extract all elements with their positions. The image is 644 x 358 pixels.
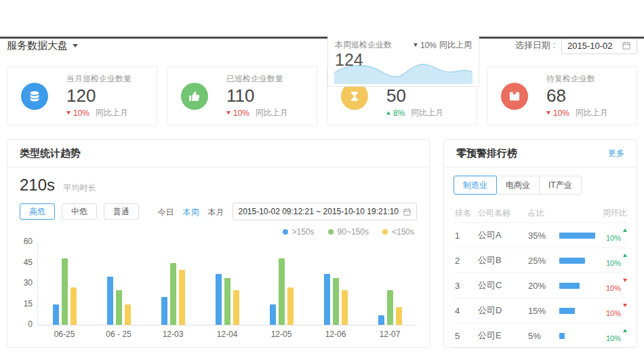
date-range-input[interactable]: 2015-10-02 09:12:21 ~ 2015-10-10 19:21:1… bbox=[233, 203, 417, 220]
bar bbox=[342, 290, 348, 325]
company-cell: 公司A bbox=[478, 229, 528, 241]
range-tab[interactable]: 本周 bbox=[182, 207, 199, 218]
chevron-down-icon bbox=[73, 44, 78, 47]
y-tick-label: 30 bbox=[24, 279, 33, 287]
main-row: 类型统计趋势 210s 平均时长 高危中危普通 今日本周本月 2015-10-0… bbox=[7, 139, 637, 348]
caret-down-icon bbox=[414, 43, 418, 47]
trend-panel-title: 类型统计趋势 bbox=[20, 147, 81, 160]
legend-label: <150s bbox=[392, 227, 414, 237]
legend-item: <150s bbox=[382, 227, 414, 237]
stat-change-note: 同比上月 bbox=[411, 107, 443, 119]
stat-label: 已巡检企业数量 bbox=[226, 73, 288, 85]
stat-text: 当月巡检企业数量 120 10% 同比上月 bbox=[66, 73, 132, 119]
bar-group bbox=[201, 274, 255, 325]
stat-value: 110 bbox=[226, 86, 288, 106]
plot-wrap: 06-2506 - 2512-0312-0412-0512-0612-07 bbox=[37, 242, 417, 339]
percent-bar bbox=[559, 258, 596, 264]
bar-group bbox=[92, 277, 146, 325]
stat-value: 120 bbox=[66, 86, 132, 106]
table-row: 5公司E5%10% bbox=[454, 323, 627, 349]
stat-card: 已巡检企业数量 110 10% 同比上月 bbox=[167, 66, 317, 125]
stat-change-note: 同比上月 bbox=[256, 107, 288, 119]
range-tab[interactable]: 今日 bbox=[157, 207, 174, 218]
trend-change: 10% bbox=[606, 259, 621, 267]
ranking-panel-header: 零预警排行榜 更多 bbox=[444, 140, 637, 167]
average-duration-value: 210s bbox=[20, 176, 55, 194]
x-tick-label: 12-03 bbox=[146, 330, 200, 339]
rank-cell: 2 bbox=[454, 256, 478, 266]
range-tab[interactable]: 本月 bbox=[207, 207, 224, 218]
stat-change-note: 同比上月 bbox=[576, 107, 608, 119]
trend-panel-header: 类型统计趋势 bbox=[7, 140, 429, 167]
company-cell: 公司C bbox=[478, 279, 528, 292]
top-divider bbox=[0, 37, 644, 39]
x-axis-labels: 06-2506 - 2512-0312-0412-0512-0612-07 bbox=[37, 330, 417, 339]
percent-cell: 15% bbox=[528, 306, 559, 316]
y-tick-label: 15 bbox=[24, 300, 33, 308]
trend-cell: 10% bbox=[596, 228, 627, 242]
stat-change-value: 8% bbox=[393, 108, 405, 118]
bar bbox=[107, 277, 113, 325]
industry-tab[interactable]: IT产业 bbox=[539, 176, 582, 195]
stat-label: 待复检企业数 bbox=[546, 73, 608, 85]
bar bbox=[396, 307, 402, 325]
severity-button[interactable]: 高危 bbox=[20, 203, 55, 220]
bar bbox=[62, 258, 68, 325]
bar bbox=[216, 274, 222, 325]
industry-tab[interactable]: 电商业 bbox=[496, 176, 540, 195]
percent-cell: 20% bbox=[528, 281, 559, 291]
date-value: 2015-10-02 bbox=[567, 41, 613, 51]
column-trend: 周环比 bbox=[596, 207, 627, 219]
bar bbox=[224, 278, 230, 325]
weekly-change-value: 10% bbox=[420, 41, 437, 50]
bar bbox=[333, 278, 339, 325]
more-link[interactable]: 更多 bbox=[608, 148, 624, 159]
average-duration: 210s 平均时长 bbox=[20, 176, 417, 195]
page-title-label: 服务数据大盘 bbox=[7, 39, 68, 52]
rank-cell: 3 bbox=[454, 281, 478, 291]
severity-button[interactable]: 普通 bbox=[104, 203, 139, 220]
bar-group bbox=[38, 258, 92, 325]
trend-cell: 10% bbox=[596, 279, 627, 292]
average-duration-label: 平均时长 bbox=[64, 183, 96, 193]
stat-change: 10% 同比上月 bbox=[226, 107, 288, 119]
bar bbox=[170, 263, 176, 325]
trend-caret-icon bbox=[623, 228, 627, 232]
stat-value: 50 bbox=[386, 86, 443, 106]
y-tick-label: 45 bbox=[24, 258, 33, 266]
trend-caret-icon bbox=[386, 111, 390, 115]
stat-change-note: 同比上月 bbox=[96, 107, 128, 119]
weekly-card-title: 本周巡检企业数 bbox=[335, 39, 392, 51]
trend-cell: 10% bbox=[596, 304, 627, 317]
trend-cell: 10% bbox=[596, 254, 627, 267]
range-tab-group: 今日本周本月 bbox=[157, 205, 233, 218]
trend-change: 10% bbox=[606, 234, 621, 242]
chart-controls: 高危中危普通 今日本周本月 2015-10-02 09:12:21 ~ 2015… bbox=[20, 203, 417, 220]
bar-chart: 015304560 06-2506 - 2512-0312-0412-0512-… bbox=[20, 242, 417, 339]
x-tick-label: 12-07 bbox=[363, 330, 417, 339]
bar-group bbox=[254, 258, 308, 325]
page-title[interactable]: 服务数据大盘 bbox=[7, 39, 78, 52]
legend-item: 90~150s bbox=[328, 227, 369, 237]
legend-dot-icon bbox=[328, 229, 334, 235]
trend-caret-icon bbox=[546, 111, 550, 115]
date-input[interactable]: 2015-10-02 bbox=[561, 37, 637, 54]
weekly-card-head: 本周巡检企业数 10% 同比上周 bbox=[335, 39, 472, 51]
inbox-icon bbox=[501, 83, 528, 110]
industry-tab[interactable]: 制造业 bbox=[454, 176, 497, 195]
rank-cell: 4 bbox=[454, 306, 478, 316]
percent-bar bbox=[559, 333, 596, 339]
bar bbox=[116, 290, 122, 325]
trend-panel: 类型统计趋势 210s 平均时长 高危中危普通 今日本周本月 2015-10-0… bbox=[7, 139, 430, 348]
column-percent: 占比 bbox=[528, 207, 559, 219]
column-company: 公司名称 bbox=[478, 207, 528, 219]
column-rank: 排名 bbox=[454, 207, 478, 219]
bar bbox=[279, 258, 285, 325]
chart-legend: >150s90~150s<150s bbox=[20, 227, 417, 237]
percent-cell: 25% bbox=[528, 256, 559, 266]
severity-button-group: 高危中危普通 bbox=[20, 203, 146, 220]
trend-change: 10% bbox=[606, 284, 621, 292]
severity-button[interactable]: 中危 bbox=[62, 203, 97, 220]
trend-caret-icon bbox=[226, 111, 230, 115]
stat-change: 10% 同比上月 bbox=[546, 107, 608, 119]
